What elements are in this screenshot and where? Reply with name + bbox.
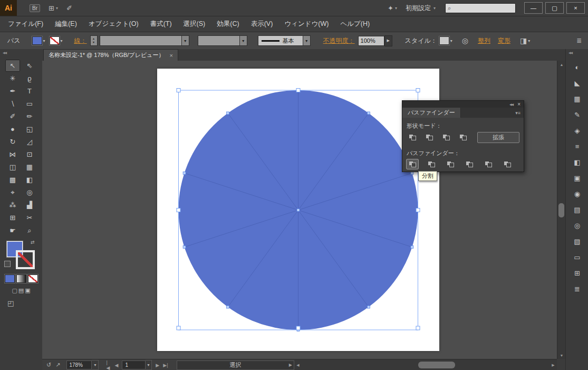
color-guide-panel-icon[interactable]: ◣ [571, 77, 584, 90]
stroke-indicator[interactable] [16, 250, 35, 269]
brushes-panel-icon[interactable]: ✎ [571, 108, 584, 121]
first-artboard-icon[interactable]: |◀ [106, 360, 111, 370]
maximize-button[interactable]: ▢ [545, 2, 564, 14]
chevron-down-icon[interactable]: ▼ [239, 36, 247, 45]
tools-collapse-icon[interactable]: ◀◀ [0, 49, 42, 58]
panel-collapse-icon[interactable]: ◀◀ [509, 102, 513, 106]
chevron-down-icon[interactable]: ▼ [303, 36, 310, 45]
panel-menu-icon[interactable]: ▾≡ [515, 110, 520, 116]
close-button[interactable]: × [566, 2, 585, 14]
document-tab[interactable]: 名称未設定-1* @ 178%（RGB/プレビュー） × [43, 49, 178, 61]
scroll-right-icon[interactable]: ▶ [550, 359, 557, 370]
tab-close-icon[interactable]: × [169, 52, 172, 59]
merge-button[interactable] [445, 159, 456, 169]
scale-tool[interactable]: ◿ [22, 136, 37, 148]
divide-button[interactable] [407, 159, 418, 169]
last-artboard-icon[interactable]: ▶| [163, 363, 168, 368]
scroll-up-icon[interactable]: ▲ [557, 61, 566, 68]
type-tool[interactable]: T [22, 85, 37, 97]
status-flyout-icon[interactable]: ▶ [289, 363, 292, 367]
zoom-control[interactable]: 178% ▼ [66, 360, 99, 370]
horizontal-scroll-thumb[interactable] [418, 362, 455, 368]
navigator-panel-icon[interactable]: ◎ [571, 219, 584, 232]
transform-panel-icon[interactable]: ⊞ [571, 267, 584, 280]
pencil-tool[interactable]: ✏ [22, 110, 37, 122]
selection-tool[interactable]: ↖ [5, 60, 20, 72]
workspace-switcher[interactable]: 初期設定 ▾ [406, 4, 436, 13]
graphic-styles-panel-icon[interactable]: ▤ [571, 203, 584, 216]
swap-fill-stroke-icon[interactable]: ⇄ [31, 240, 35, 245]
recolor-artwork-icon[interactable]: ◎ [462, 36, 468, 45]
stroke-swatch[interactable] [50, 36, 60, 45]
transparency-panel-icon[interactable]: ▣ [571, 172, 584, 185]
slice-tool[interactable]: ✂ [22, 212, 37, 224]
expand-button[interactable]: 拡張 [477, 132, 519, 143]
width-tool[interactable]: ⋈ [5, 148, 20, 160]
panel-close-icon[interactable]: × [517, 101, 520, 107]
default-fill-stroke-icon[interactable] [4, 261, 11, 267]
screen-mode-button[interactable]: ◰ [7, 299, 42, 307]
rectangle-tool[interactable]: ▭ [22, 98, 37, 110]
scroll-down-icon[interactable]: ▼ [557, 352, 566, 359]
zoom-tool[interactable]: ⌕ [22, 224, 37, 236]
stroke-panel-icon[interactable]: ≡ [571, 140, 584, 153]
search-box[interactable]: ⌕ [445, 3, 516, 13]
menu-item[interactable]: 書式(T) [144, 16, 178, 32]
lasso-tool[interactable]: ϱ [22, 72, 37, 84]
select-similar-icon[interactable]: ◨ [520, 36, 527, 45]
stepper-down-icon[interactable]: ▾ [93, 41, 94, 44]
arrange-documents-button[interactable]: ⊞ ▾ [49, 4, 58, 12]
menu-item[interactable]: ウィンドウ(W) [278, 16, 334, 32]
minimize-button[interactable]: — [524, 2, 543, 14]
artboards-panel-icon[interactable]: ▭ [571, 251, 584, 264]
dock-collapse-icon[interactable]: ◀◀ [566, 49, 588, 58]
rotate-tool[interactable]: ↻ [5, 136, 20, 148]
line-segment-tool[interactable]: ∖ [5, 98, 20, 110]
appearance-panel-icon[interactable]: ◉ [571, 187, 584, 201]
eraser-tool[interactable]: ◱ [22, 123, 37, 135]
opacity-label[interactable]: 不透明度： [323, 36, 355, 45]
blob-brush-tool[interactable]: ● [5, 123, 20, 135]
draw-normal-icon[interactable]: ▢ [12, 287, 17, 294]
style-swatch[interactable] [439, 36, 449, 45]
vertical-scrollbar[interactable]: ▲ ▼ [557, 61, 566, 359]
select-similar-control[interactable]: ◨ ▾ [520, 36, 530, 45]
artboard-tool[interactable]: ⊞ [5, 212, 20, 224]
outline-button[interactable] [483, 159, 494, 169]
next-artboard-icon[interactable]: ▶ [156, 363, 159, 368]
menu-item[interactable]: 効果(C) [211, 16, 245, 32]
cs-services-button[interactable]: ✐ [66, 4, 72, 12]
direct-selection-tool[interactable]: ⇖ [22, 60, 37, 72]
paintbrush-tool[interactable]: ✐ [5, 110, 20, 122]
pathfinder-tab[interactable]: パスファインダー [402, 108, 461, 118]
opacity-flyout-button[interactable]: ▶ [384, 35, 392, 46]
perspective-grid-tool[interactable]: ▦ [22, 161, 37, 173]
trim-button[interactable] [426, 159, 437, 169]
color-button[interactable] [5, 274, 15, 283]
symbol-sprayer-tool[interactable]: ⁂ [5, 199, 20, 211]
menu-item[interactable]: ファイル(F) [2, 16, 49, 32]
hand-tool[interactable]: ☛ [5, 224, 20, 236]
crop-button[interactable] [464, 159, 475, 169]
gradient-button[interactable] [16, 274, 26, 283]
fill-swatch[interactable] [32, 36, 42, 45]
gradient-tool[interactable]: ◧ [22, 174, 37, 186]
layers-panel-icon[interactable]: ▧ [571, 235, 584, 248]
exclude-button[interactable] [457, 133, 469, 143]
transform-link[interactable]: 変形 [498, 36, 510, 45]
scroll-left-icon[interactable]: ◀ [294, 359, 302, 370]
menu-item[interactable]: ヘルプ(H) [334, 16, 375, 32]
gradient-panel-icon[interactable]: ◧ [571, 156, 584, 169]
chevron-down-icon[interactable]: ▼ [146, 360, 152, 370]
horizontal-scrollbar[interactable]: ◀ ▶ [294, 359, 557, 370]
draw-behind-icon[interactable]: ▤ [18, 287, 24, 294]
stroke-weight-stepper[interactable]: ▴ ▾ [90, 35, 98, 46]
blend-tool[interactable]: ◎ [22, 186, 37, 198]
shape-builder-tool[interactable]: ◫ [5, 161, 20, 173]
width-profile-combo[interactable]: ▼ [198, 35, 247, 46]
align-link[interactable]: 整列 [478, 36, 490, 45]
minus-front-button[interactable] [423, 133, 435, 143]
column-graph-tool[interactable]: ▟ [22, 199, 37, 211]
menu-item[interactable]: 編集(E) [49, 16, 83, 32]
opacity-input[interactable]: 100% [358, 36, 384, 46]
